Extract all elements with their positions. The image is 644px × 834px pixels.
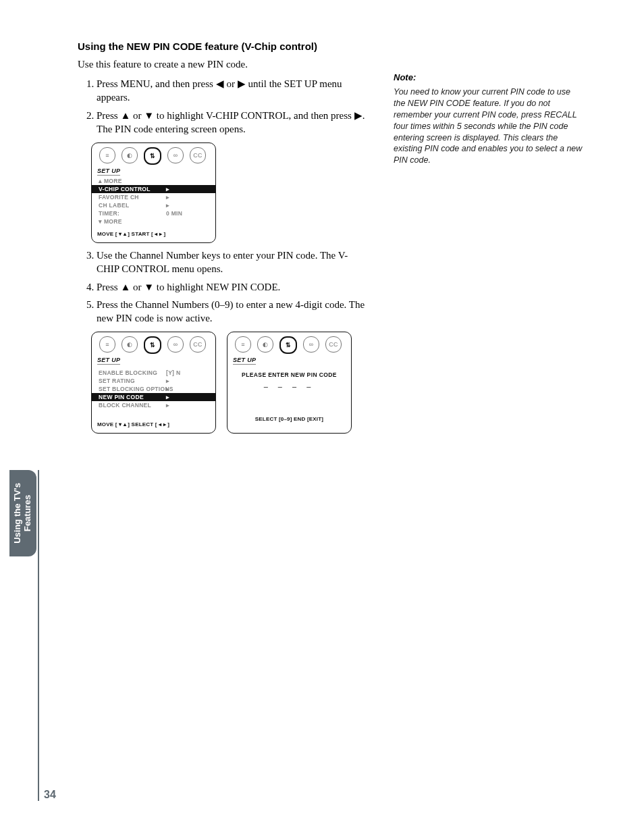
- picture-icon: ≡: [99, 336, 115, 353]
- tab-line1: Using the TV's: [12, 483, 22, 544]
- osd-footer: MOVE [ ▾ ▴ ] SELECT [ ◂ ▸ ]: [97, 421, 210, 427]
- intro-text: Use this feature to create a new PIN cod…: [78, 59, 368, 70]
- osd-row-setrating: SET RATING▸: [97, 377, 210, 385]
- cc-icon: CC: [190, 147, 206, 163]
- osd-menu-setup: ≡ ◐ ⇅ ∞ CC SET UP ▴ MORE V-CHIP CONTROL▸…: [91, 142, 216, 243]
- steps-list-b: Use the Channel Number keys to enter you…: [78, 249, 368, 325]
- osd-menu-vchip: ≡ ◐ ⇅ ∞ CC SET UP ENABLE BLOCKING[Y] N S…: [91, 332, 216, 434]
- osd-title: SET UP: [233, 357, 256, 365]
- osd-icon-row: ≡ ◐ ⇅ ∞ CC: [235, 336, 344, 354]
- step-item: Press the Channel Numbers (0–9) to enter…: [97, 298, 368, 325]
- osd-row-newpin: NEW PIN CODE▸: [92, 393, 215, 401]
- section-tab: Using the TV's Features: [9, 470, 36, 556]
- osd-row-chlabel: CH LABEL▸: [97, 201, 210, 209]
- page-number: 34: [44, 789, 56, 801]
- note-body: You need to know your current PIN code t…: [394, 86, 583, 166]
- timer-icon: ∞: [303, 336, 319, 353]
- osd-more-down: ▾ MORE: [97, 217, 210, 226]
- note-heading: Note:: [394, 72, 583, 82]
- audio-icon: ◐: [122, 147, 138, 163]
- cc-icon: CC: [325, 336, 342, 353]
- picture-icon: ≡: [99, 147, 115, 163]
- osd-footer: SELECT [0–9] END [EXIT]: [233, 416, 346, 422]
- osd-prompt: PLEASE ENTER NEW PIN CODE: [233, 371, 346, 378]
- osd-row-enable: ENABLE BLOCKING[Y] N: [97, 369, 210, 377]
- step-item: Use the Channel Number keys to enter you…: [97, 249, 368, 276]
- osd-icon-row: ≡ ◐ ⇅ ∞ CC: [99, 147, 208, 165]
- setup-icon: ⇅: [279, 336, 297, 354]
- steps-list-a: Press MENU, and then press ◀ or ▶ until …: [78, 77, 368, 136]
- osd-footer: MOVE [ ▾ ▴ ] START [ ◂ ▸ ]: [97, 231, 210, 237]
- osd-title: SET UP: [97, 167, 120, 176]
- step-item: Press ▲ or ▼ to highlight V-CHIP CONTROL…: [97, 109, 368, 136]
- audio-icon: ◐: [257, 336, 273, 353]
- osd-row-timer: TIMER:0 MIN: [97, 209, 210, 217]
- audio-icon: ◐: [122, 336, 138, 353]
- osd-icon-row: ≡ ◐ ⇅ ∞ CC: [99, 336, 208, 354]
- setup-icon: ⇅: [144, 147, 161, 165]
- tab-line2: Features: [22, 495, 32, 531]
- setup-icon: ⇅: [144, 336, 161, 354]
- osd-more-up: ▴ MORE: [97, 177, 210, 185]
- margin-rule: [38, 470, 39, 801]
- step-item: Press MENU, and then press ◀ or ▶ until …: [97, 77, 368, 105]
- cc-icon: CC: [190, 336, 206, 353]
- step-item: Press ▲ or ▼ to highlight NEW PIN CODE.: [97, 280, 368, 294]
- osd-menu-enterpin: ≡ ◐ ⇅ ∞ CC SET UP PLEASE ENTER NEW PIN C…: [227, 332, 352, 434]
- osd-row-blockch: BLOCK CHANNEL▸: [97, 401, 210, 409]
- osd-row-setblocking: SET BLOCKING OPTIONS▸: [97, 385, 210, 393]
- section-heading: Using the NEW PIN CODE feature (V-Chip c…: [78, 41, 591, 52]
- osd-title: SET UP: [97, 357, 120, 365]
- osd-row-vchip: V-CHIP CONTROL▸: [92, 185, 215, 193]
- timer-icon: ∞: [167, 336, 184, 353]
- picture-icon: ≡: [235, 336, 251, 353]
- osd-row-favorite: FAVORITE CH▸: [97, 193, 210, 201]
- timer-icon: ∞: [167, 147, 184, 163]
- osd-blanks: – – – –: [233, 382, 346, 390]
